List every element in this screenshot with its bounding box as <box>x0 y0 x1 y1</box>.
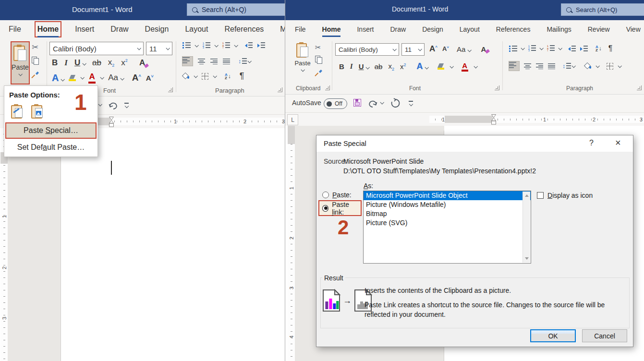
tab-references[interactable]: References <box>495 24 532 35</box>
underline-button[interactable]: U <box>359 62 369 71</box>
grow-font-button[interactable]: A˄ <box>132 72 141 83</box>
align-center-button[interactable] <box>198 58 205 64</box>
decrease-indent-button[interactable] <box>568 46 576 52</box>
numbered-list-button[interactable]: 1 2 3 <box>202 42 210 49</box>
clear-formatting-button[interactable]: A <box>481 45 486 53</box>
scroll-down-icon[interactable] <box>525 257 529 260</box>
tab-file[interactable]: File <box>294 24 307 35</box>
show-hide-pilcrow-button[interactable]: ¶ <box>240 71 244 81</box>
horizontal-ruler[interactable]: 1 2 3 <box>96 118 285 125</box>
align-center-button[interactable] <box>524 63 531 69</box>
dialog-titlebar[interactable]: Paste Special ? × <box>316 135 633 152</box>
paste-button[interactable]: Paste <box>11 41 30 84</box>
indent-markers[interactable] <box>491 114 497 125</box>
copy-button[interactable] <box>315 56 322 63</box>
align-justify-button[interactable] <box>548 63 555 69</box>
paste-as-picture-icon[interactable] <box>31 104 45 119</box>
vertical-ruler[interactable]: 1 2 3 <box>0 128 8 361</box>
cut-button[interactable]: ✂ <box>315 43 321 52</box>
clear-formatting-button[interactable]: A <box>139 58 145 68</box>
document-area[interactable]: 1 2 3 <box>0 128 285 361</box>
bold-button[interactable]: B <box>339 62 344 71</box>
shrink-font-button[interactable]: A˅ <box>146 74 154 82</box>
close-icon[interactable]: × <box>615 137 621 148</box>
decrease-indent-button[interactable] <box>244 42 253 48</box>
underline-button[interactable]: U <box>74 58 85 68</box>
italic-button[interactable]: I <box>350 62 353 71</box>
superscript-button[interactable]: x2 <box>121 58 128 68</box>
scroll-up-icon[interactable] <box>525 194 529 197</box>
superscript-button[interactable]: x2 <box>400 62 406 71</box>
tab-mailings[interactable]: Mailings <box>279 23 285 36</box>
font-color-button[interactable]: A <box>462 61 468 72</box>
paste-as-listbox[interactable]: Microsoft PowerPoint Slide Object Pictur… <box>363 191 531 264</box>
list-item[interactable]: Picture (SVG) <box>364 218 531 228</box>
list-item[interactable]: Bitmap <box>364 209 531 218</box>
clipboard-dialog-launcher[interactable] <box>325 85 330 90</box>
change-case-button[interactable]: Aa <box>457 45 471 53</box>
align-right-button[interactable] <box>210 58 218 64</box>
horizontal-ruler[interactable]: 1 1 2 3 <box>429 116 644 123</box>
tab-layout[interactable]: Layout <box>184 23 209 36</box>
align-left-button[interactable] <box>182 57 193 66</box>
ok-button[interactable]: OK <box>530 329 576 342</box>
paste-special-menu-item[interactable]: Paste Special… <box>5 122 97 139</box>
autosave-toggle[interactable]: Off <box>324 98 347 109</box>
undo-dropdown-icon[interactable] <box>380 100 384 104</box>
tab-review[interactable]: Review <box>587 24 611 35</box>
change-case-button[interactable]: Aa <box>108 73 123 83</box>
vertical-ruler[interactable]: 1 2 3 4 <box>288 126 295 361</box>
highlight-button[interactable] <box>437 63 444 70</box>
tab-design[interactable]: Design <box>144 23 170 36</box>
paste-link-radio[interactable]: Paste link: <box>319 201 361 216</box>
cut-button[interactable]: ✂ <box>32 42 38 52</box>
list-item[interactable]: Microsoft PowerPoint Slide Object <box>364 191 531 200</box>
help-icon[interactable]: ? <box>589 139 594 147</box>
tab-insert[interactable]: Insert <box>74 23 95 36</box>
paragraph-dialog-launcher[interactable] <box>637 85 642 90</box>
paste-radio[interactable]: Paste: <box>322 191 352 199</box>
format-painter-button[interactable] <box>315 69 323 77</box>
subscript-button[interactable]: x2 <box>108 58 115 68</box>
sort-button[interactable]: AZ↓ <box>595 45 602 52</box>
listbox-scrollbar[interactable] <box>522 192 530 263</box>
paste-button[interactable]: Paste <box>294 42 311 83</box>
numbered-list-button[interactable]: 1 2 3 <box>528 45 536 52</box>
text-effects-button[interactable]: A <box>52 72 64 84</box>
borders-button[interactable] <box>607 63 613 70</box>
tab-insert[interactable]: Insert <box>356 24 375 35</box>
bullet-list-button[interactable] <box>182 42 191 48</box>
borders-button[interactable] <box>202 73 208 80</box>
font-size-combo[interactable]: 11 <box>146 42 172 55</box>
customize-qat-icon[interactable] <box>124 103 130 108</box>
undo-dropdown-icon[interactable] <box>98 102 102 106</box>
strikethrough-button[interactable]: ab <box>92 58 101 68</box>
tab-layout[interactable]: Layout <box>459 24 481 35</box>
list-item[interactable]: Picture (Windows Metafile) <box>364 200 531 209</box>
indent-markers[interactable] <box>109 116 114 128</box>
redo-icon[interactable] <box>390 98 401 108</box>
tab-draw[interactable]: Draw <box>389 24 407 35</box>
multilevel-list-button[interactable]: 1 a i <box>547 45 555 52</box>
page[interactable] <box>61 131 285 361</box>
grow-font-button[interactable]: A˄ <box>429 44 437 54</box>
increase-indent-button[interactable] <box>580 46 588 52</box>
multilevel-list-button[interactable]: 1 a i <box>222 42 230 49</box>
show-hide-pilcrow-button[interactable]: ¶ <box>608 44 613 53</box>
format-painter-button[interactable] <box>32 71 39 79</box>
undo-icon[interactable] <box>368 98 378 108</box>
copy-button[interactable] <box>32 57 39 64</box>
redo-icon[interactable] <box>108 100 118 110</box>
tab-mailings[interactable]: Mailings <box>546 24 572 35</box>
customize-qat-icon[interactable] <box>408 101 414 106</box>
tab-references[interactable]: References <box>223 23 265 36</box>
cancel-button[interactable]: Cancel <box>582 329 627 342</box>
italic-button[interactable]: I <box>64 58 68 68</box>
tab-home[interactable]: Home <box>36 23 60 36</box>
shading-button[interactable] <box>584 63 591 69</box>
increase-indent-button[interactable] <box>257 42 265 48</box>
align-right-button[interactable] <box>536 63 543 69</box>
font-size-combo[interactable]: 11 <box>401 43 425 56</box>
font-name-combo[interactable]: Calibri (Body) <box>335 43 399 56</box>
align-left-button[interactable] <box>509 61 519 71</box>
